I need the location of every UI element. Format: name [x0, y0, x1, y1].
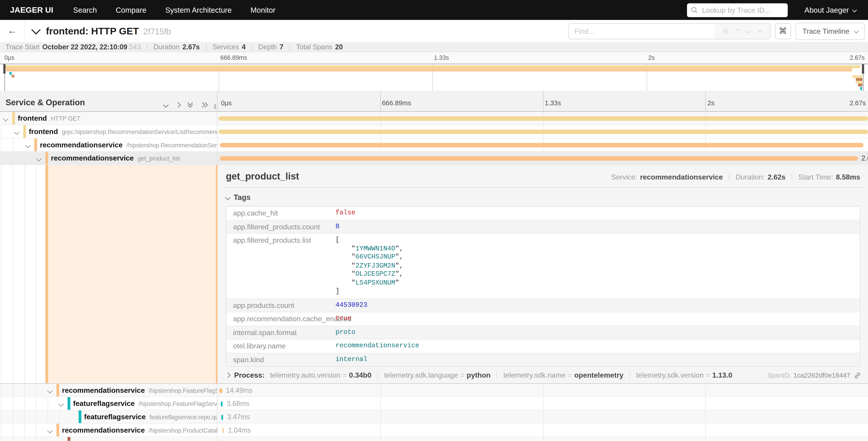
- nav-item-compare[interactable]: Compare: [116, 6, 146, 14]
- span-row[interactable]: recommendationservice/hipstershop.Recomm…: [0, 139, 868, 152]
- expand-one-icon[interactable]: [176, 103, 180, 107]
- span-name-cell[interactable]: recommendationserviceget_product_list: [0, 152, 217, 164]
- span-row[interactable]: recommendationservice/hipstershop.Featur…: [0, 384, 868, 397]
- indent-guide: [36, 165, 36, 383]
- span-timeline-cell[interactable]: 3.68ms: [217, 397, 868, 410]
- span-duration-bar[interactable]: [219, 129, 868, 134]
- minimap-drag-handle[interactable]: [862, 64, 864, 74]
- span-row[interactable]: featureflagservice/hipstershop.FeatureFl…: [0, 397, 868, 410]
- trace-id-lookup-input[interactable]: [701, 5, 784, 15]
- span-row[interactable]: [0, 437, 868, 441]
- clear-find-icon[interactable]: ×: [758, 27, 762, 35]
- span-rows: frontendHTTP GETfrontendgrpc.hipstershop…: [0, 112, 868, 441]
- tag-row: otel.library.namerecommendationservice: [226, 340, 860, 353]
- nav-item-system-architecture[interactable]: System Architecture: [165, 6, 232, 14]
- list-item: "2ZYFJ3GM2N",: [336, 262, 403, 270]
- tags-section-title: Tags: [234, 193, 250, 202]
- span-row[interactable]: recommendationservice/hipstershop.Produc…: [0, 424, 868, 437]
- span-row[interactable]: frontendgrpc.hipstershop.RecommendationS…: [0, 125, 868, 139]
- span-duration-bar[interactable]: [220, 156, 858, 161]
- summary-label: Depth: [258, 43, 277, 51]
- minimap-ticks: 0μs666.89ms1.33s2s2.67s: [0, 52, 868, 64]
- span-timeline-cell[interactable]: [217, 125, 868, 138]
- column-resizer-handle[interactable]: [214, 104, 216, 109]
- trace-id-lookup[interactable]: [687, 3, 788, 17]
- span-row[interactable]: recommendationserviceget_product_list2.6…: [0, 152, 868, 165]
- span-row[interactable]: featureflagservicefeatureflagservice.rep…: [0, 410, 868, 424]
- span-timeline-cell[interactable]: [217, 437, 868, 441]
- span-row[interactable]: frontendHTTP GET: [0, 112, 868, 125]
- indent-guide: [36, 397, 36, 410]
- span-name-cell[interactable]: frontendgrpc.hipstershop.RecommendationS…: [0, 125, 217, 138]
- indent-guide: [36, 437, 36, 441]
- tag-row: app.products.count44530923: [226, 299, 860, 313]
- process-separator: [497, 371, 497, 379]
- trace-title: frontend: HTTP GET: [46, 25, 139, 37]
- minimap-drag-handle[interactable]: [3, 64, 6, 74]
- chevron-down-icon: [854, 29, 858, 33]
- span-timeline-cell[interactable]: 14.49ms: [217, 384, 868, 396]
- tag-value: [ "1YMWWN1N4O", "66VCHSJNUP", "2ZYFJ3GM2…: [336, 234, 403, 298]
- span-duration-bar[interactable]: [221, 414, 223, 419]
- expand-chevron-icon[interactable]: [48, 388, 53, 393]
- indent-guide: [36, 410, 36, 423]
- minimap-canvas[interactable]: [0, 64, 868, 91]
- focus-match-icon[interactable]: [722, 28, 728, 34]
- expand-chevron-icon[interactable]: [3, 116, 8, 121]
- expand-all-icon[interactable]: [200, 103, 207, 107]
- meta-separator: [792, 173, 792, 181]
- indent-guide: [36, 424, 36, 437]
- span-duration-bar[interactable]: [222, 428, 223, 433]
- span-name-wrap: frontendHTTP GET: [18, 112, 217, 124]
- span-name-cell[interactable]: recommendationservice/hipstershop.Featur…: [0, 384, 217, 396]
- jaeger-logo[interactable]: JAEGER UI: [10, 5, 53, 14]
- trace-view-select[interactable]: Trace Timeline: [795, 22, 865, 40]
- span-timeline-cell[interactable]: 1.04ms: [217, 424, 868, 437]
- search-icon: [691, 7, 698, 13]
- span-duration-bar[interactable]: [219, 388, 223, 393]
- meta-separator: [729, 173, 729, 181]
- span-name-cell[interactable]: [0, 437, 217, 441]
- span-timeline-cell[interactable]: [217, 112, 868, 124]
- link-icon[interactable]: [854, 372, 861, 379]
- minimap-tick-label: 2.67s: [850, 54, 865, 61]
- span-name-cell[interactable]: recommendationservice/hipstershop.Recomm…: [0, 139, 217, 151]
- trace-header-controls: × ⌘ Trace Timeline: [568, 22, 865, 40]
- span-timeline-cell[interactable]: [217, 139, 868, 151]
- next-match-icon[interactable]: [746, 29, 751, 33]
- expand-chevron-icon[interactable]: [36, 156, 41, 161]
- equals-sign: =: [568, 371, 572, 379]
- about-jaeger-menu[interactable]: About Jaeger: [804, 6, 856, 14]
- prev-match-icon[interactable]: [736, 29, 740, 33]
- span-duration-bar[interactable]: [220, 143, 864, 147]
- expand-chevron-icon[interactable]: [58, 401, 63, 406]
- tags-section-header[interactable]: Tags: [226, 193, 862, 202]
- expand-chevron-icon[interactable]: [14, 129, 19, 135]
- find-input[interactable]: [569, 24, 714, 38]
- collapse-trace-chevron-icon[interactable]: [31, 25, 41, 34]
- span-name-cell[interactable]: frontendHTTP GET: [0, 112, 217, 124]
- span-timeline-cell[interactable]: 2.62s: [217, 152, 868, 164]
- span-name-cell[interactable]: featureflagservice/hipstershop.FeatureFl…: [0, 397, 217, 410]
- nav-item-search[interactable]: Search: [73, 6, 97, 14]
- trace-id-short: 2f715fb: [143, 26, 171, 36]
- span-duration-bar[interactable]: [219, 116, 868, 121]
- span-timeline-cell[interactable]: 3.47ms: [217, 410, 868, 423]
- keyboard-shortcuts-button[interactable]: ⌘: [775, 23, 791, 39]
- minimap-span: [11, 75, 14, 78]
- summary-value-suffix: .543: [127, 43, 141, 51]
- expand-chevron-icon[interactable]: [48, 428, 53, 433]
- span-duration-bar[interactable]: [221, 401, 222, 406]
- collapse-all-icon[interactable]: [188, 102, 192, 107]
- expand-chevron-icon[interactable]: [25, 143, 30, 148]
- span-name-cell[interactable]: recommendationservice/hipstershop.Produc…: [0, 424, 217, 437]
- list-close-bracket: ]: [336, 288, 403, 296]
- collapse-one-icon[interactable]: [164, 103, 168, 107]
- span-name-cell[interactable]: featureflagservicefeatureflagservice.rep…: [0, 410, 217, 423]
- summary-value: 2.67s: [182, 43, 200, 51]
- process-value: 1.13.0: [712, 371, 732, 379]
- nav-item-monitor[interactable]: Monitor: [250, 6, 275, 14]
- minimap-span: [9, 72, 12, 75]
- indent-guide: [59, 410, 60, 423]
- back-button[interactable]: ←: [0, 20, 25, 42]
